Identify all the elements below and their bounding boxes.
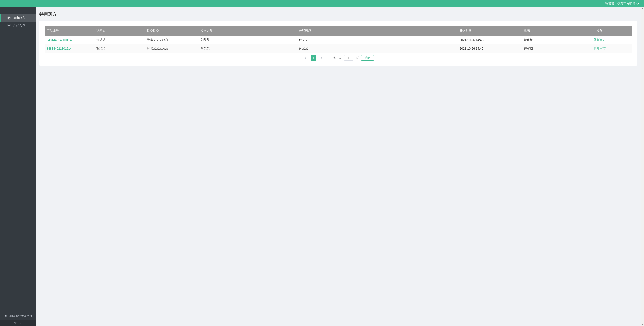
sidebar-footer: 智云问诊系统管理平台 V1.1.0 bbox=[0, 312, 36, 326]
svg-rect-2 bbox=[8, 25, 10, 26]
goto-prefix-label: 去 bbox=[339, 56, 342, 60]
goto-confirm-button[interactable]: 确定 bbox=[361, 55, 374, 61]
header-role-dropdown[interactable]: 远程审方药师 bbox=[617, 2, 639, 6]
sidebar-item-pending-prescriptions[interactable]: 待审药方 bbox=[0, 14, 36, 22]
cell-submitter: 马某某 bbox=[198, 44, 297, 53]
col-open-time: 开方时间 bbox=[458, 26, 522, 36]
sidebar-item-product-list[interactable]: 产品列表 bbox=[0, 22, 36, 29]
col-spacer bbox=[333, 26, 458, 36]
review-action-link[interactable]: 药师审方 bbox=[594, 46, 606, 50]
goto-suffix-label: 页 bbox=[356, 56, 359, 60]
review-action-link[interactable]: 药师审方 bbox=[594, 38, 606, 42]
sidebar-menu: 待审药方 产品列表 bbox=[0, 7, 36, 312]
sidebar-item-label: 待审药方 bbox=[13, 16, 25, 20]
sidebar: 待审药方 产品列表 智云问诊系统管理平台 V1.1.0 bbox=[0, 7, 36, 326]
cell-pharmacist: 付某某 bbox=[297, 44, 333, 53]
platform-name: 智云问诊系统管理平台 bbox=[0, 312, 36, 320]
next-page-button[interactable] bbox=[319, 55, 324, 61]
cell-spacer bbox=[333, 36, 458, 44]
col-action: 操作 bbox=[568, 26, 632, 36]
prescription-icon bbox=[7, 16, 11, 20]
col-product-no: 产品编号 bbox=[45, 26, 94, 36]
prev-page-button[interactable] bbox=[303, 55, 308, 61]
version-label: V1.1.0 bbox=[0, 320, 36, 326]
app-header: 张某某 远程审方药师 bbox=[0, 0, 644, 7]
product-no-link[interactable]: 848144621301214 bbox=[47, 47, 72, 50]
pagination: 1 共 2 条 去 页 确定 bbox=[45, 55, 632, 61]
col-pharmacist: 分配药师 bbox=[297, 26, 333, 36]
col-status: 状态 bbox=[522, 26, 568, 36]
table-header-row: 产品编号 访问者 提交提交 提交人员 分配药师 开方时间 状态 操作 bbox=[45, 26, 632, 36]
cell-visitor: 胡某某 bbox=[94, 44, 145, 53]
cell-submit-org: 天津某某某药店 bbox=[145, 36, 198, 44]
cell-spacer bbox=[333, 44, 458, 53]
chevron-left-icon bbox=[304, 57, 306, 59]
sidebar-item-label: 产品列表 bbox=[13, 23, 25, 27]
page-number-button[interactable]: 1 bbox=[311, 55, 316, 61]
content-card: 产品编号 访问者 提交提交 提交人员 分配药师 开方时间 状态 操作 bbox=[39, 21, 637, 66]
page-title: 待审药方 bbox=[39, 11, 637, 17]
col-submit-org: 提交提交 bbox=[145, 26, 198, 36]
cell-pharmacist: 付某某 bbox=[297, 36, 333, 44]
goto-page-input[interactable] bbox=[344, 55, 353, 61]
cell-visitor: 张某某 bbox=[94, 36, 145, 44]
main-content: 待审药方 产品 bbox=[36, 7, 641, 326]
chevron-right-icon bbox=[320, 57, 323, 59]
header-role-label: 远程审方药师 bbox=[617, 2, 635, 6]
table-row: 848144614300114 张某某 天津某某某药店 刘某某 付某某 2021… bbox=[45, 36, 632, 44]
table-row: 848144621301214 胡某某 河北某某某药店 马某某 付某某 2021… bbox=[45, 44, 632, 53]
cell-submitter: 刘某某 bbox=[198, 36, 297, 44]
product-list-icon bbox=[7, 24, 11, 27]
col-submitter: 提交人员 bbox=[198, 26, 297, 36]
total-count-label: 共 2 条 bbox=[327, 56, 336, 60]
cell-open-time: 2021-10-26 14:46 bbox=[458, 44, 522, 53]
header-user-name: 张某某 bbox=[605, 2, 614, 6]
svg-rect-1 bbox=[8, 24, 10, 25]
cell-submit-org: 河北某某某药店 bbox=[145, 44, 198, 53]
prescriptions-table: 产品编号 访问者 提交提交 提交人员 分配药师 开方时间 状态 操作 bbox=[45, 26, 632, 53]
product-no-link[interactable]: 848144614300114 bbox=[47, 38, 72, 42]
col-visitor: 访问者 bbox=[94, 26, 145, 36]
cell-open-time: 2021-10-26 14:46 bbox=[458, 36, 522, 44]
vertical-scrollbar[interactable] bbox=[641, 7, 644, 326]
chevron-down-icon bbox=[636, 3, 639, 5]
cell-status: 待审核 bbox=[522, 36, 568, 44]
cell-status: 待审核 bbox=[522, 44, 568, 53]
